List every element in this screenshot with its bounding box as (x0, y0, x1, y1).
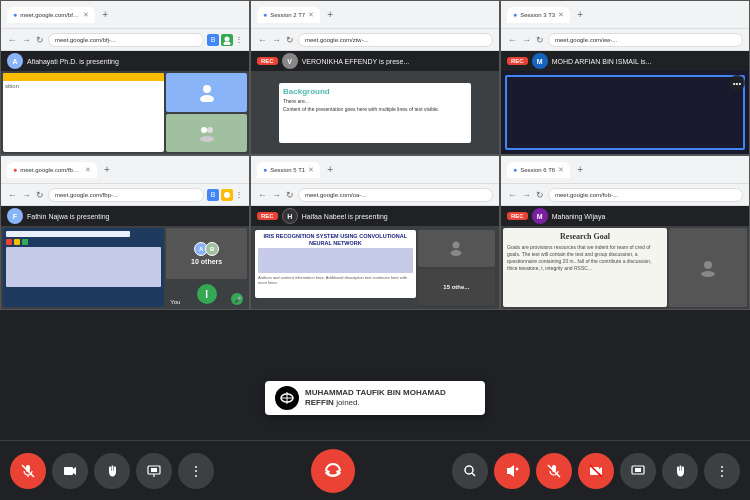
tab-2-active[interactable]: ● Session 2 T7 ✕ (257, 7, 320, 23)
browser-window-3: ● Session 3 T3 ✕ + ← → ↻ meet.google.com… (500, 0, 750, 155)
rec-badge-6: REC (507, 212, 528, 220)
hand2-button[interactable] (662, 453, 698, 489)
tab-add-1[interactable]: + (99, 9, 111, 20)
svg-point-9 (451, 250, 462, 256)
w4-dot2 (14, 239, 20, 245)
url-bar-2[interactable]: meet.google.com/ztw-... (298, 33, 493, 47)
tab-4-close[interactable]: ✕ (85, 166, 91, 174)
presenter-avatar-5: H (282, 208, 298, 224)
tab-6-close[interactable]: ✕ (558, 166, 564, 174)
w4-side-panel: A B 10 others I You 🎤 (166, 228, 247, 307)
tab-add-6[interactable]: + (574, 164, 586, 175)
url-bar-3[interactable]: meet.google.com/ew-... (548, 33, 743, 47)
ext-icons-1: B ⋮ (207, 34, 243, 46)
fwd-btn-6[interactable]: → (521, 190, 532, 200)
more-button-left[interactable]: ⋮ (178, 453, 214, 489)
reload-btn-2[interactable]: ↻ (285, 35, 295, 45)
url-bar-6[interactable]: meet.google.com/fob-... (548, 188, 743, 202)
mic2-muted-button[interactable] (536, 453, 572, 489)
fwd-btn-3[interactable]: → (521, 35, 532, 45)
presenting-bar-2: REC V VERONIKHA EFFENDY is prese... (251, 51, 499, 71)
back-btn-4[interactable]: ← (7, 190, 18, 200)
present-button[interactable] (136, 453, 172, 489)
back-btn-6[interactable]: ← (507, 190, 518, 200)
tab-add-2[interactable]: + (324, 9, 336, 20)
url-bar-5[interactable]: meet.google.com/oa-... (298, 188, 493, 202)
reload-btn-6[interactable]: ↻ (535, 190, 545, 200)
address-bar-row-5: ← → ↻ meet.google.com/oa-... (251, 184, 499, 206)
svg-point-1 (224, 41, 231, 45)
w5-others-count: 15 othe... (443, 284, 469, 290)
back-btn-2[interactable]: ← (257, 35, 268, 45)
tab-2-close[interactable]: ✕ (308, 11, 314, 19)
join-toast: MUHAMMAD TAUFIK BIN MOHAMAD REFFIN joine… (265, 381, 485, 415)
tab-add-3[interactable]: + (574, 9, 586, 20)
back-btn-5[interactable]: ← (257, 190, 268, 200)
reload-btn-3[interactable]: ↻ (535, 35, 545, 45)
tab-1-active[interactable]: ● meet.google.com/bfj-... ✕ (7, 7, 95, 23)
fwd-btn-1[interactable]: → (21, 35, 32, 45)
tab-6-active[interactable]: ● Session 6 T6 ✕ (507, 162, 570, 178)
ext-dots[interactable]: ⋮ (235, 35, 243, 44)
w4-dot3 (22, 239, 28, 245)
iris-content (258, 248, 413, 273)
more-dots-icon-right: ⋮ (715, 463, 729, 479)
w3-bg (501, 71, 749, 154)
ext-b4: B (207, 189, 219, 201)
toolbar-left: ⋮ (10, 453, 214, 489)
reload-btn-1[interactable]: ↻ (35, 35, 45, 45)
hand-button[interactable] (94, 453, 130, 489)
rec-badge-2: REC (257, 57, 278, 65)
back-btn-3[interactable]: ← (507, 35, 518, 45)
you-avatar: I (197, 284, 217, 304)
address-bar-row-2: ← → ↻ meet.google.com/ztw-... (251, 29, 499, 51)
tab-1-close[interactable]: ✕ (83, 11, 89, 19)
toolbar-center (311, 449, 355, 493)
browser-window-2: ● Session 2 T7 ✕ + ← → ↻ meet.google.com… (250, 0, 500, 155)
audio-muted-button[interactable] (494, 453, 530, 489)
tab-4-active[interactable]: ● meet.google.com/fbp-... ✕ (7, 162, 97, 178)
leave-call-button[interactable] (311, 449, 355, 493)
present2-button[interactable] (620, 453, 656, 489)
more-button-right[interactable]: ⋮ (704, 453, 740, 489)
tab-add-5[interactable]: + (324, 164, 336, 175)
fwd-btn-4[interactable]: → (21, 190, 32, 200)
toast-text: MUHAMMAD TAUFIK BIN MOHAMAD REFFIN joine… (305, 388, 475, 409)
reload-btn-4[interactable]: ↻ (35, 190, 45, 200)
tab-5-active[interactable]: ● Session 5 T1 ✕ (257, 162, 320, 178)
mic-muted-button[interactable] (10, 453, 46, 489)
url-bar-4[interactable]: meet.google.com/fbp-... (48, 188, 204, 202)
svg-point-10 (704, 261, 712, 269)
w6-meet-content: Research Goal Goals are provisions resou… (501, 226, 749, 309)
cam2-off-button[interactable] (578, 453, 614, 489)
toast-logo (275, 386, 299, 410)
ext-icons-4: B ⋮ (207, 189, 243, 201)
url-bar-1[interactable]: meet.google.com/bfj-... (48, 33, 204, 47)
presenter-avatar-4: F (7, 208, 23, 224)
back-btn-1[interactable]: ← (7, 35, 18, 45)
w3-border (505, 75, 745, 150)
browser-window-6: ● Session 6 T6 ✕ + ← → ↻ meet.google.com… (500, 155, 750, 310)
fwd-btn-5[interactable]: → (271, 190, 282, 200)
tab-add-4[interactable]: + (101, 164, 113, 175)
w2-meet-content: Background There are... Content of the p… (251, 71, 499, 154)
reload-btn-5[interactable]: ↻ (285, 190, 295, 200)
search-button[interactable] (452, 453, 488, 489)
ext-dots-4[interactable]: ⋮ (235, 190, 243, 199)
ext-y4 (221, 189, 233, 201)
fwd-btn-2[interactable]: → (271, 35, 282, 45)
tab-3-active[interactable]: ● Session 3 T3 ✕ (507, 7, 570, 23)
w6-research-slide: Research Goal Goals are provisions resou… (503, 228, 667, 307)
participant-avatar-2: B (205, 242, 219, 256)
tab-3-close[interactable]: ✕ (558, 11, 564, 19)
address-bar-row-6: ← → ↻ meet.google.com/fob-... (501, 184, 749, 206)
toolbar-right: ⋮ (452, 453, 740, 489)
dots-menu-3[interactable]: ••• (729, 75, 745, 91)
w1-doc-text: sition (3, 81, 164, 91)
tab-5-close[interactable]: ✕ (308, 166, 314, 174)
w4-bar1 (6, 231, 130, 237)
camera-button[interactable] (52, 453, 88, 489)
tab-strip-5: ● Session 5 T1 ✕ + (251, 156, 499, 184)
iris-text: Authors and content information here. Ad… (258, 275, 413, 285)
you-label: You (170, 299, 180, 305)
